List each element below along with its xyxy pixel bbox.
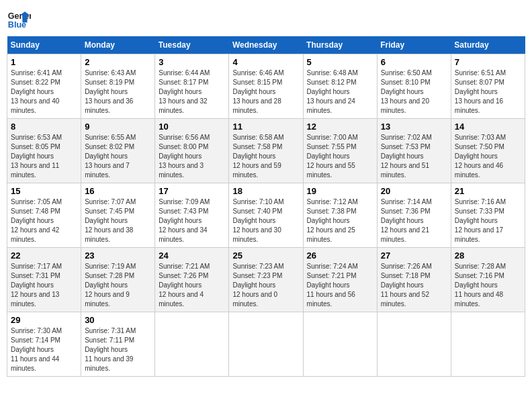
day-info: Sunrise: 7:16 AM Sunset: 7:33 PM Dayligh… [455,197,521,244]
day-number: 28 [455,250,521,261]
calendar-day-cell: 22 Sunrise: 7:17 AM Sunset: 7:31 PM Dayl… [7,248,81,312]
calendar-day-cell: 30 Sunrise: 7:31 AM Sunset: 7:11 PM Dayl… [81,312,155,377]
day-info: Sunrise: 7:00 AM Sunset: 7:55 PM Dayligh… [307,133,373,180]
col-header-wednesday: Wednesday [229,36,303,54]
calendar-day-cell: 7 Sunrise: 6:51 AM Sunset: 8:07 PM Dayli… [451,54,525,119]
day-info: Sunrise: 6:41 AM Sunset: 8:22 PM Dayligh… [11,68,77,116]
calendar-day-cell: 11 Sunrise: 6:58 AM Sunset: 7:58 PM Dayl… [229,119,303,183]
day-info: Sunrise: 7:30 AM Sunset: 7:14 PM Dayligh… [11,326,77,373]
day-number: 1 [11,57,77,67]
day-number: 14 [455,122,521,132]
day-info: Sunrise: 7:12 AM Sunset: 7:38 PM Dayligh… [307,197,373,244]
calendar-day-cell: 18 Sunrise: 7:10 AM Sunset: 7:40 PM Dayl… [229,183,303,248]
calendar-day-cell: 24 Sunrise: 7:21 AM Sunset: 7:26 PM Dayl… [155,248,229,312]
day-number: 23 [85,250,151,261]
calendar-day-cell: 23 Sunrise: 7:19 AM Sunset: 7:28 PM Dayl… [81,248,155,312]
calendar-header-row: SundayMondayTuesdayWednesdayThursdayFrid… [7,36,525,54]
calendar-day-cell: 16 Sunrise: 7:07 AM Sunset: 7:45 PM Dayl… [81,183,155,248]
day-number: 13 [381,122,447,132]
day-info: Sunrise: 7:23 AM Sunset: 7:23 PM Dayligh… [232,262,299,309]
day-number: 26 [307,250,373,261]
calendar-day-cell: 25 Sunrise: 7:23 AM Sunset: 7:23 PM Dayl… [229,248,303,312]
day-info: Sunrise: 7:10 AM Sunset: 7:40 PM Dayligh… [232,197,299,244]
day-number: 7 [455,57,521,67]
calendar-day-cell: 4 Sunrise: 6:46 AM Sunset: 8:15 PM Dayli… [229,54,303,119]
col-header-saturday: Saturday [451,36,525,54]
calendar-week-row: 29 Sunrise: 7:30 AM Sunset: 7:14 PM Dayl… [7,312,525,377]
day-number: 24 [159,250,225,261]
logo: General Blue [7,7,31,31]
day-info: Sunrise: 7:07 AM Sunset: 7:45 PM Dayligh… [85,197,151,244]
day-number: 12 [307,122,373,132]
day-info: Sunrise: 6:56 AM Sunset: 8:00 PM Dayligh… [159,133,225,180]
day-info: Sunrise: 6:48 AM Sunset: 8:12 PM Dayligh… [307,68,373,116]
calendar-week-row: 22 Sunrise: 7:17 AM Sunset: 7:31 PM Dayl… [7,248,525,312]
calendar-day-cell: 26 Sunrise: 7:24 AM Sunset: 7:21 PM Dayl… [303,248,377,312]
calendar-week-row: 8 Sunrise: 6:53 AM Sunset: 8:05 PM Dayli… [7,119,525,183]
calendar-day-cell: 5 Sunrise: 6:48 AM Sunset: 8:12 PM Dayli… [303,54,377,119]
day-info: Sunrise: 7:14 AM Sunset: 7:36 PM Dayligh… [381,197,447,244]
day-info: Sunrise: 7:19 AM Sunset: 7:28 PM Dayligh… [85,262,151,309]
day-number: 8 [11,122,77,132]
day-number: 17 [159,186,225,196]
calendar-day-cell: 19 Sunrise: 7:12 AM Sunset: 7:38 PM Dayl… [303,183,377,248]
day-number: 22 [11,250,77,261]
calendar-day-cell: 20 Sunrise: 7:14 AM Sunset: 7:36 PM Dayl… [377,183,451,248]
day-number: 11 [232,122,299,132]
day-number: 10 [159,122,225,132]
calendar-day-cell: 12 Sunrise: 7:00 AM Sunset: 7:55 PM Dayl… [303,119,377,183]
day-number: 19 [307,186,373,196]
calendar-day-cell: 3 Sunrise: 6:44 AM Sunset: 8:17 PM Dayli… [155,54,229,119]
calendar-week-row: 1 Sunrise: 6:41 AM Sunset: 8:22 PM Dayli… [7,54,525,119]
col-header-tuesday: Tuesday [155,36,229,54]
calendar-day-cell: 2 Sunrise: 6:43 AM Sunset: 8:19 PM Dayli… [81,54,155,119]
col-header-friday: Friday [377,36,451,54]
day-info: Sunrise: 7:09 AM Sunset: 7:43 PM Dayligh… [159,197,225,244]
calendar-day-cell: 29 Sunrise: 7:30 AM Sunset: 7:14 PM Dayl… [7,312,81,377]
day-info: Sunrise: 7:26 AM Sunset: 7:18 PM Dayligh… [381,262,447,309]
calendar-day-cell: 28 Sunrise: 7:28 AM Sunset: 7:16 PM Dayl… [451,248,525,312]
day-info: Sunrise: 6:50 AM Sunset: 8:10 PM Dayligh… [381,68,447,116]
calendar-day-cell: 13 Sunrise: 7:02 AM Sunset: 7:53 PM Dayl… [377,119,451,183]
day-number: 5 [307,57,373,67]
day-info: Sunrise: 7:05 AM Sunset: 7:48 PM Dayligh… [11,197,77,244]
calendar-day-cell: 17 Sunrise: 7:09 AM Sunset: 7:43 PM Dayl… [155,183,229,248]
day-info: Sunrise: 7:21 AM Sunset: 7:26 PM Dayligh… [159,262,225,309]
calendar-table: SundayMondayTuesdayWednesdayThursdayFrid… [7,36,525,377]
day-info: Sunrise: 6:43 AM Sunset: 8:19 PM Dayligh… [85,68,151,116]
day-info: Sunrise: 6:44 AM Sunset: 8:17 PM Dayligh… [159,68,225,116]
page-header: General Blue [7,7,525,31]
day-info: Sunrise: 7:31 AM Sunset: 7:11 PM Dayligh… [85,326,151,373]
day-info: Sunrise: 7:02 AM Sunset: 7:53 PM Dayligh… [381,133,447,180]
day-info: Sunrise: 7:03 AM Sunset: 7:50 PM Dayligh… [455,133,521,180]
day-number: 25 [232,250,299,261]
col-header-sunday: Sunday [7,36,81,54]
empty-cell [451,312,525,377]
day-number: 27 [381,250,447,261]
calendar-day-cell: 1 Sunrise: 6:41 AM Sunset: 8:22 PM Dayli… [7,54,81,119]
day-info: Sunrise: 6:55 AM Sunset: 8:02 PM Dayligh… [85,133,151,180]
day-number: 15 [11,186,77,196]
col-header-monday: Monday [81,36,155,54]
empty-cell [229,312,303,377]
day-number: 18 [232,186,299,196]
day-info: Sunrise: 6:53 AM Sunset: 8:05 PM Dayligh… [11,133,77,180]
calendar-day-cell: 14 Sunrise: 7:03 AM Sunset: 7:50 PM Dayl… [451,119,525,183]
calendar-day-cell: 10 Sunrise: 6:56 AM Sunset: 8:00 PM Dayl… [155,119,229,183]
day-number: 9 [85,122,151,132]
empty-cell [155,312,229,377]
day-number: 2 [85,57,151,67]
day-info: Sunrise: 6:46 AM Sunset: 8:15 PM Dayligh… [232,68,299,116]
day-number: 16 [85,186,151,196]
day-number: 20 [381,186,447,196]
calendar-day-cell: 8 Sunrise: 6:53 AM Sunset: 8:05 PM Dayli… [7,119,81,183]
day-number: 3 [159,57,225,67]
day-number: 4 [232,57,299,67]
calendar-day-cell: 6 Sunrise: 6:50 AM Sunset: 8:10 PM Dayli… [377,54,451,119]
calendar-day-cell: 27 Sunrise: 7:26 AM Sunset: 7:18 PM Dayl… [377,248,451,312]
col-header-thursday: Thursday [303,36,377,54]
day-info: Sunrise: 7:17 AM Sunset: 7:31 PM Dayligh… [11,262,77,309]
calendar-week-row: 15 Sunrise: 7:05 AM Sunset: 7:48 PM Dayl… [7,183,525,248]
day-number: 30 [85,315,151,325]
day-number: 21 [455,186,521,196]
